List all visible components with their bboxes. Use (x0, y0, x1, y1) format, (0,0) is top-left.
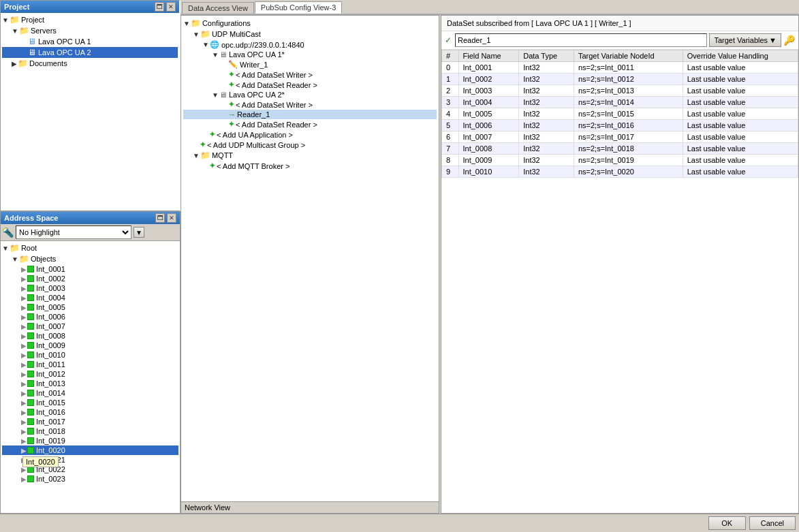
int0017-item[interactable]: ▶ Int_0017 (2, 417, 178, 426)
configurations-item[interactable]: ▼ 📁 Configurations (183, 18, 437, 29)
objects-item[interactable]: ▼ 📁 Objects (2, 253, 178, 264)
add-mqtt-broker-item[interactable]: ✦ < Add MQTT Broker > (183, 161, 437, 171)
reader-name-input[interactable] (455, 33, 707, 47)
udp-multicast-item[interactable]: ▼ 📁 UDP MultiCast (183, 29, 437, 40)
project-root-item[interactable]: ▼ 📁 Project (2, 14, 178, 25)
servers-item[interactable]: ▼ 📁 Servers (2, 25, 178, 36)
int0014-item[interactable]: ▶ Int_0014 (2, 388, 178, 398)
servers-expand[interactable]: ▼ (12, 27, 18, 35)
tab-data-access-view[interactable]: Data Access View (182, 2, 254, 14)
int0001-item[interactable]: ▶ Int_0001 (2, 264, 178, 274)
int0016-item[interactable]: ▶ Int_0016 (2, 407, 178, 417)
int0020-expand[interactable]: ▶ (21, 447, 27, 454)
lava-opc-ua1-dav-item[interactable]: ▼ 🖥 Lava OPC UA 1* (183, 50, 437, 59)
documents-expand[interactable]: ▶ (12, 60, 17, 67)
table-row[interactable]: 3 Int_0004 Int32 ns=2;s=Int_0014 Last us… (442, 97, 798, 108)
no-highlight-select[interactable]: No Highlight (16, 225, 131, 239)
int0023-expand[interactable]: ▶ (21, 475, 27, 483)
int0003-item[interactable]: ▶ Int_0003 (2, 283, 178, 293)
int0011-item[interactable]: ▶ Int_0011 (2, 360, 178, 369)
int0004-expand[interactable]: ▶ (21, 294, 27, 302)
udp-expand[interactable]: ▼ (193, 31, 200, 38)
int0018-item[interactable]: ▶ Int_0018 (2, 426, 178, 436)
int0013-expand[interactable]: ▶ (21, 380, 27, 388)
int0005-expand[interactable]: ▶ (21, 304, 27, 311)
reader1-item[interactable]: → Reader_1 (183, 110, 437, 119)
int0010-item[interactable]: ▶ Int_0010 (2, 350, 178, 360)
lava2-expand[interactable]: ▼ (212, 91, 219, 99)
int0016-expand[interactable]: ▶ (21, 409, 27, 416)
int0002-expand[interactable]: ▶ (21, 275, 27, 283)
int0004-item[interactable]: ▶ Int_0004 (2, 293, 178, 302)
table-row[interactable]: 0 Int_0001 Int32 ns=2;s=Int_0011 Last us… (442, 62, 798, 74)
int0011-expand[interactable]: ▶ (21, 361, 27, 369)
add-dataset-writer2-item[interactable]: ✦ < Add DataSet Writer > (183, 99, 437, 110)
add-udp-multicast-item[interactable]: ✦ < Add UDP Multicast Group > (183, 140, 437, 150)
cancel-button[interactable]: Cancel (749, 516, 796, 530)
table-row[interactable]: 9 Int_0010 Int32 ns=2;s=Int_0020 Last us… (442, 166, 798, 178)
writer1-item[interactable]: ✏️ Writer_1 (183, 59, 437, 69)
int0018-expand[interactable]: ▶ (21, 428, 27, 435)
lava1-server-icon: 🖥 (219, 50, 227, 59)
lava-opc-ua1-item[interactable]: 🖥 Lava OPC UA 1 (2, 36, 178, 47)
add-dataset-reader1-item[interactable]: ✦ < Add DataSet Reader > (183, 80, 437, 90)
ok-button[interactable]: OK (708, 516, 746, 530)
table-row[interactable]: 2 Int_0003 Int32 ns=2;s=Int_0013 Last us… (442, 85, 798, 97)
int0007-expand[interactable]: ▶ (21, 323, 27, 330)
int0001-expand[interactable]: ▶ (21, 266, 27, 273)
int0019-item[interactable]: ▶ Int_0019 (2, 436, 178, 445)
lava-opc-ua2-dav-item[interactable]: ▼ 🖥 Lava OPC UA 2* (183, 90, 437, 99)
int0012-expand[interactable]: ▶ (21, 371, 27, 378)
address-restore-btn[interactable]: 🗖 (155, 213, 165, 223)
int0009-item[interactable]: ▶ Int_0009 (2, 341, 178, 350)
add-dataset-writer1-item[interactable]: ✦ < Add DataSet Writer > (183, 69, 437, 80)
int0014-label: Int_0014 (36, 389, 65, 397)
target-variables-btn[interactable]: Target Variables ▼ (709, 33, 781, 47)
root-item[interactable]: ▼ 📁 Root (2, 242, 178, 253)
int0005-item[interactable]: ▶ Int_0005 (2, 302, 178, 312)
address-down-btn[interactable]: ▼ (134, 227, 144, 238)
int0002-item[interactable]: ▶ Int_0002 (2, 274, 178, 283)
table-row[interactable]: 5 Int_0006 Int32 ns=2;s=Int_0016 Last us… (442, 120, 798, 131)
documents-item[interactable]: ▶ 📁 Documents (2, 58, 178, 69)
lava-opc-ua2-item[interactable]: 🖥 Lava OPC UA 2 (2, 47, 178, 58)
objects-expand[interactable]: ▼ (12, 255, 18, 263)
int0008-item[interactable]: ▶ Int_0008 (2, 331, 178, 341)
int0017-expand[interactable]: ▶ (21, 418, 27, 426)
config-expand[interactable]: ▼ (183, 20, 190, 27)
int0008-expand[interactable]: ▶ (21, 332, 27, 340)
int0015-item[interactable]: ▶ Int_0015 (2, 398, 178, 407)
mqtt-expand[interactable]: ▼ (193, 152, 200, 159)
table-row[interactable]: 8 Int_0009 Int32 ns=2;s=Int_0019 Last us… (442, 155, 798, 166)
project-restore-btn[interactable]: 🗖 (155, 2, 164, 12)
int0014-expand[interactable]: ▶ (21, 390, 27, 397)
int0019-expand[interactable]: ▶ (21, 437, 27, 445)
root-expand[interactable]: ▼ (2, 245, 9, 252)
int0007-item[interactable]: ▶ Int_0007 (2, 322, 178, 331)
table-row[interactable]: 1 Int_0002 Int32 ns=2;s=Int_0012 Last us… (442, 74, 798, 85)
int0010-expand[interactable]: ▶ (21, 351, 27, 359)
int0003-expand[interactable]: ▶ (21, 285, 27, 292)
int0012-item[interactable]: ▶ Int_0012 (2, 369, 178, 379)
tab-pubsub-config[interactable]: PubSub Config View-3 (255, 1, 342, 14)
int0013-item[interactable]: ▶ Int_0013 (2, 379, 178, 388)
add-ua-application-item[interactable]: ✦ < Add UA Application > (183, 129, 437, 140)
table-row[interactable]: 7 Int_0008 Int32 ns=2;s=Int_0018 Last us… (442, 143, 798, 155)
int0006-item[interactable]: ▶ Int_0006 (2, 312, 178, 322)
int0009-expand[interactable]: ▶ (21, 342, 27, 349)
lava1-expand[interactable]: ▼ (212, 51, 219, 59)
int0020-item[interactable]: ▶ Int_0020 Int_0020 (2, 445, 178, 455)
int0006-expand[interactable]: ▶ (21, 313, 27, 321)
project-expand[interactable]: ▼ (2, 16, 9, 24)
int0015-expand[interactable]: ▶ (21, 399, 27, 407)
opc-expand[interactable]: ▼ (202, 41, 209, 48)
address-close-btn[interactable]: ✕ (167, 213, 176, 223)
mqtt-item[interactable]: ▼ 📁 MQTT (183, 150, 437, 161)
opc-address-item[interactable]: ▼ 🌐 opc.udp://239.0.0.1:4840 (183, 40, 437, 50)
table-row[interactable]: 4 Int_0005 Int32 ns=2;s=Int_0015 Last us… (442, 108, 798, 120)
table-row[interactable]: 6 Int_0007 Int32 ns=2;s=Int_0017 Last us… (442, 131, 798, 143)
int0023-item[interactable]: ▶ Int_0023 (2, 474, 178, 484)
int0005-icon (27, 304, 34, 311)
project-close-btn[interactable]: ✕ (166, 2, 176, 12)
add-dataset-reader2-item[interactable]: ✦ < Add DataSet Reader > (183, 119, 437, 129)
